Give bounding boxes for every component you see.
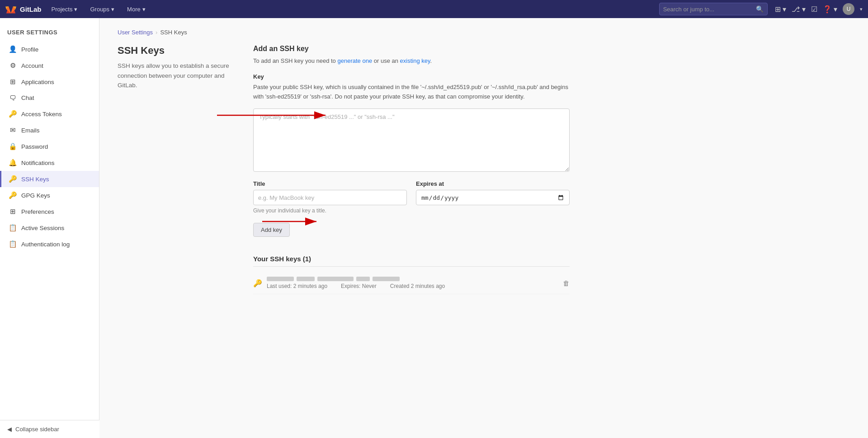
sidebar-item-account[interactable]: ⚙ Account (0, 57, 99, 74)
page-description: SSH keys allow you to establish a secure… (118, 61, 235, 90)
key-block-4 (356, 277, 370, 281)
search-bar[interactable]: 🔍 (659, 3, 768, 15)
profile-icon: 👤 (9, 45, 17, 53)
sidebar: User Settings 👤 Profile ⚙ Account ⊞ Appl… (0, 18, 99, 438)
avatar-chevron[interactable]: ▾ (860, 6, 863, 12)
key-blurred-display (267, 277, 558, 281)
key-item-icon: 🔑 (253, 279, 262, 287)
expires-group: Expires at (416, 180, 570, 214)
collapse-sidebar-button[interactable]: ◀ Collapse sidebar (0, 420, 99, 438)
sidebar-item-password[interactable]: 🔒 Password (0, 138, 99, 155)
applications-icon: ⊞ (9, 78, 17, 86)
access-tokens-icon: 🔑 (9, 110, 17, 118)
emails-icon: ✉ (9, 126, 17, 134)
sidebar-item-notifications[interactable]: 🔔 Notifications (0, 155, 99, 171)
collapse-icon: ◀ (7, 426, 12, 433)
breadcrumb-current: SSH Keys (160, 29, 187, 36)
account-icon: ⚙ (9, 61, 17, 70)
add-ssh-key-description: To add an SSH key you need to generate o… (253, 57, 570, 66)
ssh-keys-icon: 🔑 (9, 175, 17, 183)
key-created: Created 2 minutes ago (390, 283, 445, 289)
sidebar-item-chat[interactable]: 🗨 Chat (0, 90, 99, 106)
merge-request-icon[interactable]: ⎇ ▾ (792, 5, 805, 14)
ssh-key-info: Last used: 2 minutes ago Expires: Never … (267, 277, 558, 289)
add-key-button[interactable]: Add key (253, 223, 290, 237)
sidebar-item-preferences[interactable]: ⊞ Preferences (0, 203, 99, 220)
key-label: Key (253, 73, 570, 80)
avatar[interactable]: U (843, 3, 854, 15)
notifications-icon: 🔔 (9, 159, 17, 167)
sidebar-item-access-tokens[interactable]: 🔑 Access Tokens (0, 106, 99, 122)
chat-icon: 🗨 (9, 94, 17, 102)
sidebar-item-applications[interactable]: ⊞ Applications (0, 74, 99, 90)
key-meta: Last used: 2 minutes ago Expires: Never … (267, 283, 558, 289)
your-ssh-keys-title: Your SSH keys (1) (253, 255, 570, 267)
generate-key-link[interactable]: generate one (337, 57, 372, 64)
title-input[interactable] (253, 190, 407, 205)
key-block-3 (317, 277, 354, 281)
title-group: Title Give your individual key a title. (253, 180, 407, 214)
title-expires-row: Title Give your individual key a title. … (253, 180, 570, 214)
page-columns: SSH Keys SSH keys allow you to establish… (118, 45, 850, 294)
expires-input[interactable] (416, 190, 570, 205)
breadcrumb: User Settings › SSH Keys (118, 29, 850, 36)
sidebar-item-auth-log[interactable]: 📋 Authentication log (0, 236, 99, 252)
key-expires: Expires: Never (341, 283, 377, 289)
sidebar-item-profile[interactable]: 👤 Profile (0, 41, 99, 57)
existing-key-link[interactable]: existing key (400, 57, 430, 64)
help-icon[interactable]: ❓ ▾ (823, 5, 837, 14)
preferences-icon: ⊞ (9, 207, 17, 216)
your-ssh-keys-section: Your SSH keys (1) 🔑 (253, 255, 570, 294)
ssh-key-item: 🔑 Last used: 2 minut (253, 272, 570, 294)
nav-more[interactable]: More ▾ (124, 4, 148, 14)
sidebar-item-emails[interactable]: ✉ Emails (0, 122, 99, 138)
password-icon: 🔒 (9, 142, 17, 151)
breadcrumb-separator: › (156, 29, 157, 36)
search-input[interactable] (663, 6, 756, 13)
add-ssh-key-title: Add an SSH key (253, 45, 570, 53)
key-last-used: Last used: 2 minutes ago (267, 283, 327, 289)
nav-groups[interactable]: Groups ▾ (87, 4, 117, 14)
todo-icon[interactable]: ☑ (811, 5, 817, 14)
page-title: SSH Keys (118, 45, 235, 57)
brand-name: GitLab (20, 5, 42, 13)
key-hint-text: Paste your public SSH key, which is usua… (253, 83, 570, 102)
main-layout: User Settings 👤 Profile ⚙ Account ⊞ Appl… (0, 18, 868, 438)
auth-log-icon: 📋 (9, 240, 17, 248)
sidebar-item-active-sessions[interactable]: 📋 Active Sessions (0, 220, 99, 236)
active-sessions-icon: 📋 (9, 224, 17, 232)
key-block-2 (297, 277, 315, 281)
key-block-1 (267, 277, 294, 281)
gpg-keys-icon: 🔑 (9, 191, 17, 199)
key-block-5 (373, 277, 400, 281)
sidebar-item-ssh-keys[interactable]: 🔑 SSH Keys (0, 171, 99, 187)
sidebar-item-gpg-keys[interactable]: 🔑 GPG Keys (0, 187, 99, 203)
page-wrapper: SSH Keys SSH keys allow you to establish… (118, 45, 850, 294)
add-ssh-key-section: Add an SSH key To add an SSH key you nee… (253, 45, 570, 237)
breadcrumb-parent[interactable]: User Settings (118, 29, 153, 36)
right-column: Add an SSH key To add an SSH key you nee… (253, 45, 570, 294)
title-label: Title (253, 180, 407, 187)
expires-label: Expires at (416, 180, 570, 187)
left-column: SSH Keys SSH keys allow you to establish… (118, 45, 235, 294)
delete-key-button[interactable]: 🗑 (563, 279, 570, 287)
sidebar-title: User Settings (0, 25, 99, 41)
top-nav-icons: ⊞ ▾ ⎇ ▾ ☑ ❓ ▾ U ▾ (775, 3, 863, 15)
key-textarea[interactable] (253, 108, 570, 172)
brand-logo[interactable]: GitLab (5, 4, 42, 14)
title-hint: Give your individual key a title. (253, 207, 407, 214)
top-nav: GitLab Projects ▾ Groups ▾ More ▾ 🔍 ⊞ ▾ … (0, 0, 868, 18)
nav-projects[interactable]: Projects ▾ (49, 4, 80, 14)
plus-icon[interactable]: ⊞ ▾ (775, 5, 786, 14)
search-icon: 🔍 (756, 5, 764, 13)
main-content: User Settings › SSH Keys SSH Keys SSH ke… (99, 18, 868, 438)
